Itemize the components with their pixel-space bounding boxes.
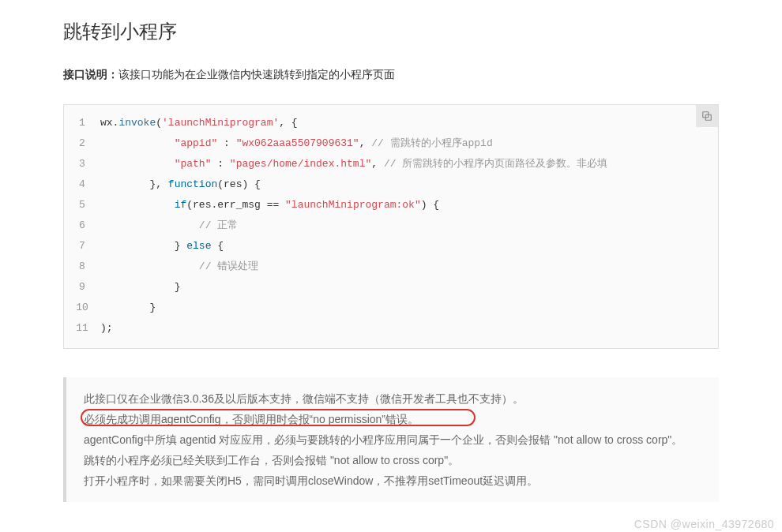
code-line: 2 "appid" : "wx062aaa5507909631", // 需跳转… [64, 133, 718, 154]
page-title: 跳转到小程序 [63, 19, 719, 44]
code-line: 7 } else { [64, 236, 718, 257]
code-line: 3 "path" : "pages/home/index.html", // 所… [64, 154, 718, 174]
line-number: 6 [64, 215, 100, 236]
line-number: 3 [64, 154, 100, 174]
code-line: 8 // 错误处理 [64, 257, 718, 277]
code-block: 1 wx.invoke('launchMiniprogram', { 2 "ap… [63, 104, 719, 349]
code-line: 9 } [64, 277, 718, 298]
note-line: 此接口仅在企业微信3.0.36及以后版本支持，微信端不支持（微信开发者工具也不支… [84, 388, 705, 409]
note-block: 此接口仅在企业微信3.0.36及以后版本支持，微信端不支持（微信开发者工具也不支… [63, 377, 719, 502]
code-line: 4 }, function(res) { [64, 174, 718, 195]
note-line: 跳转的小程序必须已经关联到工作台，否则会报错 "not allow to cro… [84, 450, 705, 470]
code-line: 10 } [64, 298, 718, 318]
line-number: 2 [64, 133, 100, 154]
code-line: 6 // 正常 [64, 215, 718, 236]
desc-text: 该接口功能为在企业微信内快速跳转到指定的小程序页面 [118, 68, 395, 81]
line-number: 8 [64, 257, 100, 277]
note-line: agentConfig中所填 agentid 对应应用，必须与要跳转的小程序应用… [84, 429, 705, 450]
copy-button[interactable] [696, 105, 718, 127]
line-number: 11 [64, 318, 100, 339]
note-line-highlighted: 必须先成功调用agentConfig，否则调用时会报“no permission… [84, 409, 705, 429]
note-line: 打开小程序时，如果需要关闭H5，需同时调用closeWindow，不推荐用set… [84, 470, 705, 491]
line-number: 10 [64, 298, 100, 318]
code-line: 5 if(res.err_msg == "launchMiniprogram:o… [64, 195, 718, 215]
copy-icon [701, 111, 712, 122]
line-number: 5 [64, 195, 100, 215]
line-number: 9 [64, 277, 100, 298]
line-number: 1 [64, 113, 100, 133]
line-number: 7 [64, 236, 100, 257]
code-line: 11 ); [64, 318, 718, 339]
desc-label: 接口说明： [63, 68, 118, 81]
code-line: 1 wx.invoke('launchMiniprogram', { [64, 113, 718, 133]
line-number: 4 [64, 174, 100, 195]
watermark: CSDN @weixin_43972680 [634, 518, 774, 530]
api-description: 接口说明：该接口功能为在企业微信内快速跳转到指定的小程序页面 [63, 68, 719, 82]
